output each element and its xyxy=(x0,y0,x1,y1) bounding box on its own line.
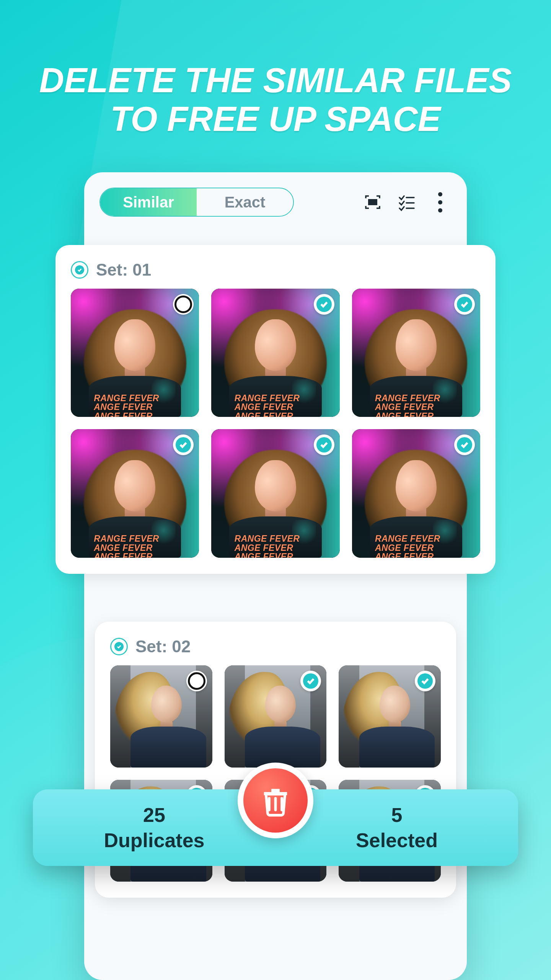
set-label: Set: 02 xyxy=(135,637,191,656)
select-toggle[interactable] xyxy=(454,434,475,455)
photo-thumb[interactable]: RANGE FEVER ANGE FEVER ANGE FEVER xyxy=(211,289,339,417)
svg-rect-0 xyxy=(368,199,377,205)
segmented-control: Similar Exact xyxy=(99,188,294,217)
shirt-text: RANGE FEVER ANGE FEVER ANGE FEVER xyxy=(375,394,440,417)
more-vertical-icon[interactable] xyxy=(429,191,452,214)
select-toggle[interactable] xyxy=(300,671,321,691)
bottom-bar: 25 Duplicates 5 Selected xyxy=(33,789,518,866)
shirt-text: RANGE FEVER ANGE FEVER ANGE FEVER xyxy=(94,534,159,557)
photo-thumb[interactable] xyxy=(339,665,441,768)
set-header: Set: 02 xyxy=(110,637,441,656)
set-check-icon[interactable] xyxy=(71,261,88,279)
photo-thumb[interactable]: RANGE FEVER ANGE FEVER ANGE FEVER xyxy=(352,289,480,417)
set-label: Set: 01 xyxy=(96,260,151,279)
duplicates-label: Duplicates xyxy=(33,829,276,852)
select-toggle[interactable] xyxy=(454,294,475,315)
shirt-text: RANGE FEVER ANGE FEVER ANGE FEVER xyxy=(375,534,440,557)
toolbar: Similar Exact xyxy=(84,172,467,229)
photo-thumb[interactable]: RANGE FEVER ANGE FEVER ANGE FEVER xyxy=(352,429,480,557)
set-card-01: Set: 01 RANGE FEVER ANGE FEVER ANGE FEVE… xyxy=(55,245,496,574)
thumb-grid: RANGE FEVER ANGE FEVER ANGE FEVER RANGE … xyxy=(71,289,480,558)
select-toggle[interactable] xyxy=(314,434,334,455)
photo-thumb[interactable] xyxy=(110,665,212,768)
shirt-text: RANGE FEVER ANGE FEVER ANGE FEVER xyxy=(94,394,159,417)
select-toggle[interactable] xyxy=(186,671,207,691)
delete-button[interactable] xyxy=(238,763,313,838)
photo-thumb[interactable]: RANGE FEVER ANGE FEVER ANGE FEVER xyxy=(71,289,199,417)
scan-icon[interactable] xyxy=(361,191,384,214)
set-check-icon[interactable] xyxy=(110,638,128,655)
tab-exact[interactable]: Exact xyxy=(197,188,293,216)
shirt-text: RANGE FEVER ANGE FEVER ANGE FEVER xyxy=(235,394,300,417)
set-header: Set: 01 xyxy=(71,260,480,279)
photo-thumb[interactable]: RANGE FEVER ANGE FEVER ANGE FEVER xyxy=(71,429,199,557)
trash-icon xyxy=(259,784,292,817)
shirt-text: RANGE FEVER ANGE FEVER ANGE FEVER xyxy=(235,534,300,557)
selected-label: Selected xyxy=(276,829,518,852)
tab-similar[interactable]: Similar xyxy=(100,188,197,216)
photo-thumb[interactable] xyxy=(225,665,327,768)
select-toggle[interactable] xyxy=(173,294,194,315)
select-toggle[interactable] xyxy=(415,671,435,691)
photo-thumb[interactable]: RANGE FEVER ANGE FEVER ANGE FEVER xyxy=(211,429,339,557)
select-toggle[interactable] xyxy=(314,294,334,315)
checklist-icon[interactable] xyxy=(395,191,418,214)
page-headline: DELETE THE SIMILAR FILES TO FREE UP SPAC… xyxy=(0,61,551,139)
